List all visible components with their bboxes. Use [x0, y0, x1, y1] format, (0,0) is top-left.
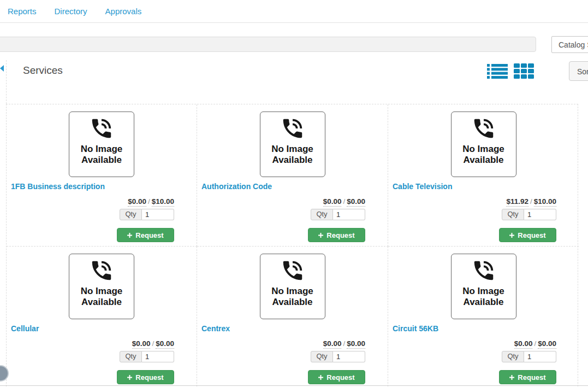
price-recurring: $0.00 [347, 339, 365, 349]
quantity-group: Qty [388, 209, 556, 220]
qty-input[interactable] [524, 351, 556, 362]
request-label: Request [135, 231, 163, 239]
qty-label: Qty [311, 209, 333, 220]
phone-in-talk-icon [471, 116, 496, 141]
service-card: No Image Available Circuit 56KB $0.00/$0… [388, 247, 579, 386]
search-input[interactable] [0, 37, 536, 52]
service-name-link[interactable]: Cellular [11, 324, 197, 333]
request-label: Request [326, 231, 354, 239]
qty-label: Qty [120, 209, 142, 220]
plus-icon [127, 233, 132, 238]
price-line: $11.92/$10.00 [388, 197, 556, 206]
plus-icon [509, 375, 514, 380]
request-label: Request [326, 373, 354, 382]
request-button[interactable]: Request [499, 370, 556, 384]
chevron-left-icon[interactable] [0, 65, 4, 72]
service-name-link[interactable]: Centrex [201, 324, 388, 333]
phone-in-talk-icon [280, 116, 305, 141]
price-onetime: $0.00 [132, 339, 151, 349]
service-card: No Image Available Centrex $0.00/$0.00 Q… [197, 247, 388, 386]
service-name-link[interactable]: Authorization Code [201, 182, 388, 191]
qty-input[interactable] [333, 209, 365, 220]
no-image-text: No Image Available [69, 144, 134, 165]
no-image-placeholder: No Image Available [451, 254, 516, 319]
service-name-link[interactable]: 1FB Business description [11, 182, 197, 191]
nav-item-approvals[interactable]: Approvals [105, 7, 142, 16]
no-image-text: No Image Available [452, 286, 516, 307]
price-recurring: $10.00 [152, 197, 174, 207]
request-button[interactable]: Request [308, 228, 365, 242]
no-image-text: No Image Available [69, 286, 134, 307]
price-separator: / [341, 339, 347, 348]
request-button[interactable]: Request [117, 228, 174, 242]
card-controls: $11.92/$10.00 Qty Request [388, 197, 556, 242]
request-button[interactable]: Request [308, 370, 365, 384]
price-recurring: $0.00 [156, 339, 174, 349]
catalog-search-button[interactable]: Catalog Search [551, 36, 588, 53]
card-controls: $0.00/$0.00 Qty Request [197, 339, 365, 384]
service-card: No Image Available Authorization Code $0… [197, 104, 388, 247]
price-separator: / [532, 339, 538, 348]
phone-in-talk-icon [471, 258, 496, 283]
card-controls: $0.00/$0.00 Qty Request [7, 339, 174, 384]
price-line: $0.00/$0.00 [7, 339, 174, 348]
sort-button[interactable]: Sort [569, 61, 588, 81]
price-onetime: $0.00 [323, 197, 342, 207]
quantity-group: Qty [7, 209, 174, 220]
qty-input[interactable] [333, 351, 365, 362]
quantity-group: Qty [197, 351, 365, 362]
list-view-icon[interactable] [487, 64, 508, 81]
price-onetime: $11.92 [506, 197, 528, 207]
top-navigation: Reports Directory Approvals [0, 0, 588, 23]
quantity-group: Qty [388, 351, 556, 362]
no-image-placeholder: No Image Available [69, 112, 134, 177]
qty-label: Qty [311, 351, 333, 362]
nav-item-directory[interactable]: Directory [55, 7, 87, 16]
price-onetime: $0.00 [323, 339, 342, 349]
no-image-placeholder: No Image Available [260, 254, 325, 319]
price-onetime: $0.00 [128, 197, 146, 207]
no-image-placeholder: No Image Available [69, 254, 134, 319]
request-label: Request [135, 373, 163, 382]
card-controls: $0.00/$0.00 Qty Request [388, 339, 556, 384]
no-image-text: No Image Available [452, 144, 516, 165]
qty-label: Qty [502, 351, 524, 362]
request-label: Request [518, 373, 545, 382]
panel-left-border [6, 60, 7, 104]
quantity-group: Qty [197, 209, 365, 220]
phone-in-talk-icon [89, 258, 114, 283]
services-grid: No Image Available 1FB Business descript… [6, 104, 578, 386]
no-image-placeholder: No Image Available [451, 112, 516, 177]
price-line: $0.00/$0.00 [197, 197, 365, 206]
qty-input[interactable] [524, 209, 556, 220]
price-line: $0.00/$0.00 [388, 339, 556, 348]
phone-in-talk-icon [280, 258, 305, 283]
card-controls: $0.00/$10.00 Qty Request [7, 197, 174, 242]
no-image-placeholder: No Image Available [260, 112, 325, 177]
service-name-link[interactable]: Circuit 56KB [393, 324, 579, 333]
plus-icon [509, 233, 514, 238]
qty-label: Qty [502, 209, 524, 220]
price-line: $0.00/$10.00 [7, 197, 174, 206]
page-title: Services [23, 64, 63, 77]
panel-bottom-border [0, 385, 588, 386]
price-separator: / [341, 197, 347, 206]
price-recurring: $0.00 [347, 197, 365, 207]
nav-item-reports[interactable]: Reports [8, 7, 37, 16]
qty-input[interactable] [142, 209, 174, 220]
plus-icon [318, 233, 323, 238]
plus-icon [318, 375, 323, 380]
price-onetime: $0.00 [514, 339, 533, 349]
no-image-text: No Image Available [260, 144, 325, 165]
phone-in-talk-icon [89, 116, 114, 141]
qty-label: Qty [120, 351, 142, 362]
price-separator: / [146, 197, 152, 206]
request-button[interactable]: Request [117, 370, 174, 384]
card-controls: $0.00/$0.00 Qty Request [197, 197, 365, 242]
no-image-text: No Image Available [260, 286, 325, 307]
service-name-link[interactable]: Cable Television [393, 182, 579, 191]
qty-input[interactable] [142, 351, 174, 362]
grid-view-icon[interactable] [514, 63, 534, 81]
request-button[interactable]: Request [499, 228, 556, 242]
service-card: No Image Available 1FB Business descript… [7, 104, 197, 247]
